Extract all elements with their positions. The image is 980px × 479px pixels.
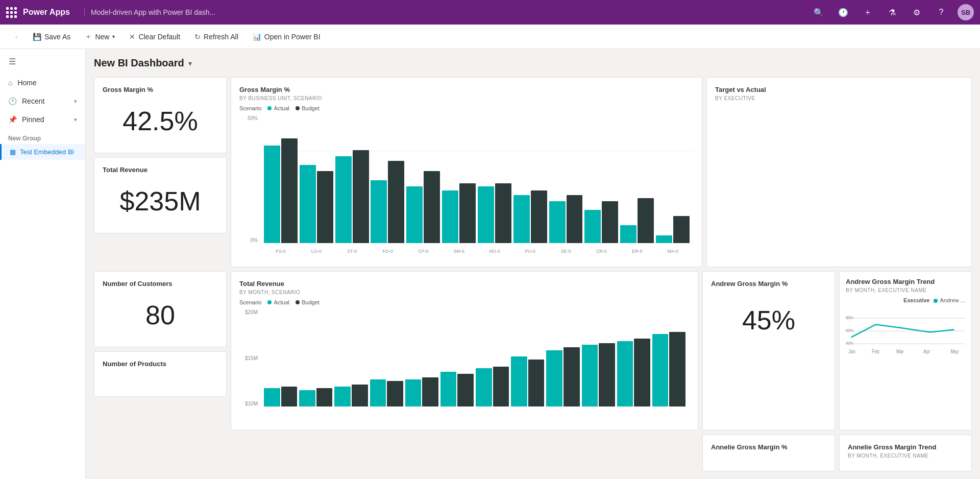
gross-margin-bar-chart: 50% 0% FS-0LO-0ST-0FO-0CP-0SM-0HO-0PU-0S… <box>239 115 694 258</box>
rev-bar-actual-11 <box>652 334 669 406</box>
waffle-icon[interactable] <box>6 7 17 18</box>
rev-bar-group-1 <box>299 388 332 406</box>
annelie-trend-title: Annelie Gross Margin Trend <box>848 443 963 451</box>
bar-actual-1 <box>300 165 316 243</box>
x-axis-labels: FS-0LO-0ST-0FO-0CP-0SM-0HO-0PU-0SE-0CR-0… <box>260 244 694 258</box>
recent-icon[interactable]: 🕐 <box>835 4 851 20</box>
clear-icon: ✕ <box>129 33 135 41</box>
clear-default-button[interactable]: ✕ Clear Default <box>123 30 186 44</box>
left-column-2: Number of Customers 80 Number of Product… <box>94 271 227 430</box>
svg-text:80%: 80% <box>846 316 853 321</box>
sidebar-item-home[interactable]: ⌂ Home <box>0 74 85 92</box>
brand-label: Power Apps <box>23 8 70 17</box>
andrew-legend-dot <box>934 299 938 303</box>
y-axis-labels: 50% 0% <box>239 115 260 243</box>
bar-actual-8 <box>549 201 566 243</box>
sidebar-item-recent[interactable]: 🕐 Recent ▾ <box>0 92 85 110</box>
bar-group-8 <box>549 195 583 243</box>
total-revenue-card: Total Revenue $235M <box>94 157 227 233</box>
rev-bar-actual-8 <box>546 350 562 406</box>
bar-budget-2 <box>353 150 369 243</box>
page-title-dropdown-icon[interactable]: ▾ <box>188 59 192 67</box>
bar-budget-8 <box>567 195 583 243</box>
rev-bar-actual-2 <box>334 387 351 406</box>
annelie-trend-subtitle: BY MONTH, EXECUTIVE NAME <box>848 453 963 459</box>
left-column-stack: Gross Margin % 42.5% Total Revenue $235M <box>94 77 227 267</box>
legend-budget: Budget <box>296 105 320 111</box>
scenario-label: Scenario <box>239 105 261 111</box>
home-icon: ⌂ <box>8 79 12 87</box>
sidebar: ☰ ⌂ Home 🕐 Recent ▾ 📌 Pinned ▾ New Group… <box>0 49 86 479</box>
x-label-6: HO-0 <box>478 249 511 254</box>
bar-group-5 <box>442 183 476 243</box>
bar-budget-4 <box>424 171 440 243</box>
bar-actual-3 <box>371 180 387 243</box>
andrew-gm-title: Andrew Gross Margin % <box>711 280 826 288</box>
bar-budget-1 <box>317 171 333 243</box>
bar-actual-0 <box>264 146 280 243</box>
bar-budget-5 <box>459 183 476 243</box>
customers-title: Number of Customers <box>103 280 218 288</box>
hamburger-button[interactable]: ☰ <box>0 49 24 74</box>
rev-bar-actual-6 <box>476 368 492 406</box>
legend-actual: Actual <box>267 105 289 111</box>
rev-bar-budget-3 <box>387 381 403 406</box>
search-icon[interactable]: 🔍 <box>811 4 827 20</box>
x-label-0: FS-0 <box>264 249 298 254</box>
chevron-down-icon: ▾ <box>112 34 115 39</box>
help-icon[interactable]: ? <box>933 4 949 20</box>
andrew-trend-title: Andrew Gross Margin Trend <box>846 278 965 285</box>
back-button[interactable]: ‹ <box>8 29 24 45</box>
add-icon[interactable]: ＋ <box>860 4 876 20</box>
rev-bar-group-9 <box>582 343 615 406</box>
gross-margin-chart-subtitle: BY BUSINESS UNIT, SCENARIO <box>239 95 694 101</box>
sidebar-item-pinned[interactable]: 📌 Pinned ▾ <box>0 110 85 129</box>
rev-bar-budget-7 <box>528 360 545 406</box>
recent-sidebar-icon: 🕐 <box>8 97 17 105</box>
bar-budget-11 <box>673 216 690 243</box>
rev-bar-actual-9 <box>582 345 598 406</box>
filter-icon[interactable]: ⚗ <box>884 4 900 20</box>
bar-group-11 <box>656 216 690 243</box>
bar-actual-2 <box>335 156 352 243</box>
rev-bar-budget-8 <box>564 347 580 406</box>
rev-bar-budget-11 <box>669 332 685 406</box>
sidebar-item-test-embedded[interactable]: ▦ Test Embedded BI <box>0 144 85 160</box>
revenue-chart-legend: Scenario Actual Budget <box>239 299 690 305</box>
bar-group-9 <box>584 201 618 243</box>
nav-item-label: Test Embedded BI <box>20 148 74 156</box>
rev-bar-budget-0 <box>281 387 298 406</box>
bar-group-2 <box>335 150 369 243</box>
annelie-gross-margin-card: Annelie Gross Margin % <box>702 435 835 471</box>
page-title: New BI Dashboard <box>94 57 184 69</box>
command-bar: ‹ 💾 Save As ＋ New ▾ ✕ Clear Default ↻ Re… <box>0 25 980 49</box>
chevron-recent-icon: ▾ <box>74 98 77 105</box>
dashboard-row-3: Annelie Gross Margin % Annelie Gross Mar… <box>94 435 972 471</box>
rev-bar-group-6 <box>476 367 509 406</box>
legend-actual-2: Actual <box>267 299 289 305</box>
dashboard-row-2: Number of Customers 80 Number of Product… <box>94 271 972 430</box>
svg-text:Feb: Feb <box>872 349 879 354</box>
rev-bar-actual-10 <box>617 341 633 406</box>
bar-group-0 <box>264 138 298 243</box>
avatar[interactable]: SB <box>958 4 974 20</box>
refresh-icon: ↻ <box>194 33 201 41</box>
refresh-all-button[interactable]: ↻ Refresh All <box>188 30 244 44</box>
bar-actual-6 <box>478 186 494 243</box>
gross-margin-value: 42.5% <box>103 95 218 145</box>
revenue-bar-chart: $20M $15M $10M <box>239 309 690 422</box>
rev-bar-budget-2 <box>352 385 368 406</box>
andrew-trend-svg: Jan Feb Mar Apr May 80% 60% 40% <box>846 305 965 356</box>
x-label-9: CR-0 <box>584 249 618 254</box>
rev-bar-group-5 <box>440 372 474 406</box>
new-button[interactable]: ＋ New ▾ <box>79 29 121 44</box>
customers-value: 80 <box>103 290 218 339</box>
svg-text:60%: 60% <box>846 328 853 333</box>
save-as-button[interactable]: 💾 Save As <box>27 30 77 44</box>
settings-icon[interactable]: ⚙ <box>909 4 925 20</box>
open-in-powerbi-button[interactable]: 📊 Open in Power BI <box>247 30 327 44</box>
spacer2 <box>231 435 698 439</box>
bar-actual-4 <box>406 186 423 243</box>
dashboard-icon: ▦ <box>10 148 16 156</box>
andrew-trend-subtitle: BY MONTH, EXECUTIVE NAME <box>846 288 965 293</box>
